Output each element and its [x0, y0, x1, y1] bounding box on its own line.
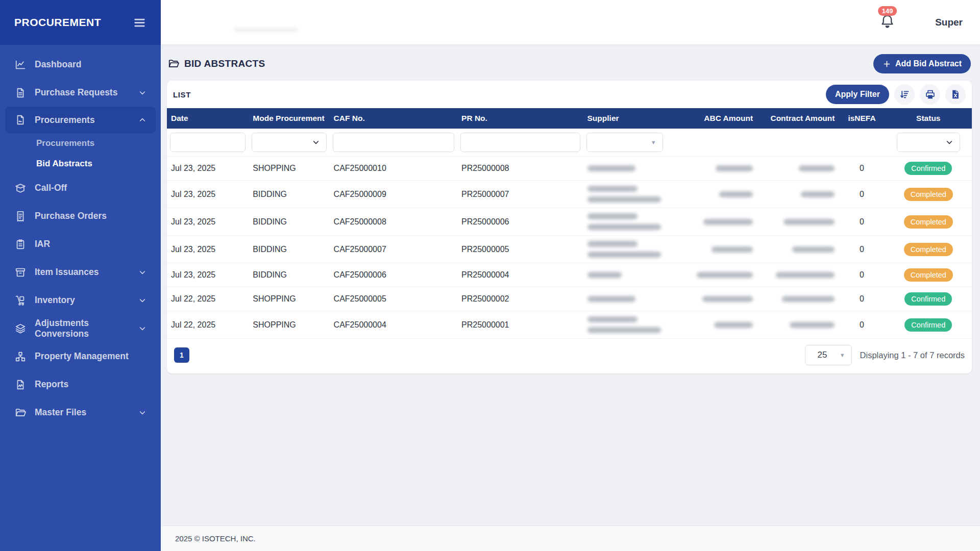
blocks-icon: [14, 351, 27, 362]
cell-supplier-masked: [583, 208, 691, 236]
cell-status: Completed: [885, 263, 972, 287]
masked-value: [587, 186, 638, 192]
cell-pr-no: PR25000007: [457, 181, 583, 208]
cell-mode-procurement: BIDDING: [249, 236, 329, 263]
hamburger-menu-icon[interactable]: [133, 16, 146, 30]
page-title-text: BID ABSTRACTS: [184, 58, 265, 69]
page-size-select[interactable]: 25 ▼: [805, 345, 852, 365]
filter-mode-select[interactable]: [252, 133, 326, 152]
cell-supplier-masked: [583, 311, 691, 339]
masked-value: [703, 219, 753, 225]
table-header-row: DateMode ProcurementCAF No.PR No.Supplie…: [167, 108, 972, 129]
masked-value: [716, 165, 753, 171]
cell-isnefa: 0: [839, 157, 885, 181]
cell-pr-no: PR25000002: [457, 287, 583, 311]
masked-value: [587, 165, 635, 171]
filter-pr-input[interactable]: [460, 133, 580, 152]
cell-status: Completed: [885, 181, 972, 208]
sidebar-item-purchase-orders[interactable]: Purchase Orders: [0, 202, 161, 230]
masked-value: [587, 241, 638, 247]
page-1-button[interactable]: 1: [174, 347, 189, 363]
cell-abc-amount-masked: [691, 287, 757, 311]
table-row-5: Jul 23, 2025BIDDINGCAF25000006PR25000004…: [167, 263, 972, 287]
cell-mode-procurement: BIDDING: [249, 208, 329, 236]
folder-open-icon: [14, 407, 27, 418]
filter-caf-input[interactable]: [333, 133, 454, 152]
cell-mode-procurement: SHOPPING: [249, 287, 329, 311]
column-header-abc-amount: ABC Amount: [691, 108, 757, 129]
sidebar-item-master-files[interactable]: Master Files: [0, 398, 161, 427]
receipt-icon: [14, 211, 27, 222]
chevron-down-icon: [138, 324, 146, 333]
export-excel-button[interactable]: [945, 84, 966, 105]
masked-value: [801, 191, 835, 197]
list-card: LIST Apply Filter DateMode ProcurementCA…: [167, 81, 972, 373]
chart-line-icon: [14, 59, 27, 70]
cell-pr-no: PR25000006: [457, 208, 583, 236]
masked-value: [714, 322, 753, 328]
filter-date-input[interactable]: [170, 133, 246, 152]
column-header-caf-no: CAF No.: [330, 108, 457, 129]
sidebar-item-label: Master Files: [35, 407, 130, 418]
status-badge: Confirmed: [904, 162, 952, 175]
masked-value: [697, 272, 753, 278]
cell-supplier-masked: [583, 157, 691, 181]
sidebar-item-dashboard[interactable]: Dashboard: [0, 51, 161, 79]
file-lines-icon: [14, 87, 27, 98]
sidebar-item-label: Purchase Requests: [35, 87, 130, 98]
sort-button[interactable]: [894, 84, 915, 105]
status-badge: Completed: [904, 268, 953, 282]
sidebar-item-purchase-requests[interactable]: Purchase Requests: [0, 79, 161, 107]
sidebar-subitem-procurements[interactable]: Procurements: [0, 133, 161, 154]
chevron-down-icon: [138, 268, 146, 277]
masked-value: [719, 191, 753, 197]
cell-pr-no: PR25000008: [457, 157, 583, 181]
sidebar-item-item-issuances[interactable]: Item Issuances: [0, 258, 161, 286]
status-badge: Completed: [904, 188, 953, 201]
sidebar-item-adjustments-conversions[interactable]: Adjustments Conversions: [0, 314, 161, 342]
sidebar: PROCUREMENT DashboardPurchase RequestsPr…: [0, 0, 161, 551]
cell-date: Jul 23, 2025: [167, 263, 249, 287]
cell-caf-no: CAF25000007: [330, 236, 457, 263]
filter-status-select[interactable]: [897, 133, 960, 152]
cell-contract-amount-masked: [757, 263, 839, 287]
sidebar-item-procurements[interactable]: Procurements: [5, 107, 156, 133]
column-header-status: Status: [885, 108, 972, 129]
topbar: 149 Super: [161, 0, 980, 45]
page-title: BID ABSTRACTS: [168, 58, 265, 69]
print-button[interactable]: [920, 84, 940, 105]
bid-abstracts-table: DateMode ProcurementCAF No.PR No.Supplie…: [167, 108, 972, 339]
triangle-down-icon: ▼: [840, 352, 845, 358]
notifications-button[interactable]: 149: [879, 13, 895, 31]
sidebar-item-label: Adjustments Conversions: [35, 318, 130, 339]
page-content: BID ABSTRACTS Add Bid Abstract LIST Appl…: [161, 45, 980, 525]
sidebar-item-label: Procurements: [35, 115, 130, 126]
filter-supplier-select[interactable]: ▼: [586, 133, 663, 152]
sidebar-item-property-management[interactable]: Property Management: [0, 342, 161, 370]
sidebar-item-label: Call-Off: [35, 183, 146, 193]
list-toolbar: Apply Filter: [826, 84, 966, 105]
print-icon: [925, 89, 936, 100]
cell-status: Confirmed: [885, 311, 972, 339]
sidebar-subitem-bid-abstracts[interactable]: Bid Abstracts: [0, 154, 161, 174]
cell-caf-no: CAF25000009: [330, 181, 457, 208]
cell-isnefa: 0: [839, 236, 885, 263]
chevron-down-icon: [138, 409, 146, 417]
user-menu[interactable]: Super: [935, 17, 963, 28]
sidebar-item-call-off[interactable]: Call-Off: [0, 174, 161, 202]
table-row-7: Jul 22, 2025SHOPPINGCAF25000004PR2500000…: [167, 311, 972, 339]
masked-value: [587, 316, 638, 322]
masked-value: [702, 296, 753, 302]
column-header-date: Date: [167, 108, 249, 129]
table-row-2: Jul 23, 2025BIDDINGCAF25000009PR25000007…: [167, 181, 972, 208]
sidebar-item-inventory[interactable]: Inventory: [0, 286, 161, 314]
layers-icon: [14, 323, 27, 334]
cell-date: Jul 23, 2025: [167, 236, 249, 263]
dolly-icon: [14, 295, 27, 306]
apply-filter-button[interactable]: Apply Filter: [826, 85, 889, 104]
sidebar-item-reports[interactable]: Reports: [0, 370, 161, 398]
masked-value: [790, 322, 835, 328]
add-bid-abstract-button[interactable]: Add Bid Abstract: [873, 54, 971, 73]
page-size-value: 25: [818, 350, 827, 360]
sidebar-item-iar[interactable]: IAR: [0, 230, 161, 258]
